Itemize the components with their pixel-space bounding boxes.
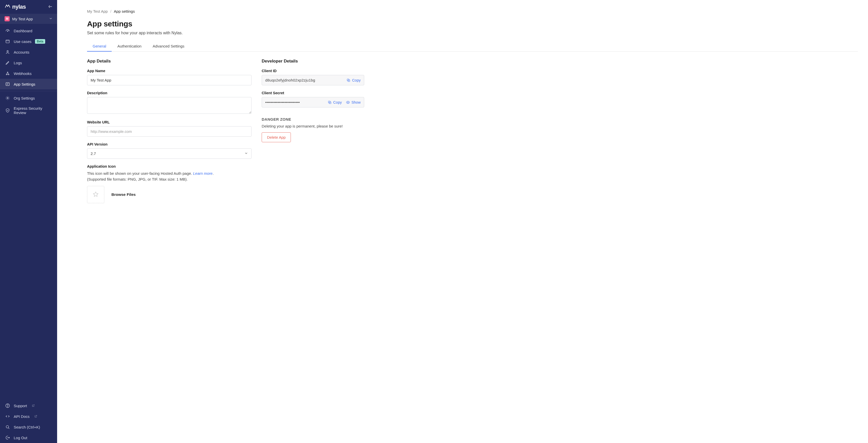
client-secret-label: Client Secret [262,91,364,95]
app-icon-placeholder-icon [92,191,99,198]
user-icon [5,50,10,55]
app-details-column: App Details App Name Description Website… [87,59,251,209]
webhook-icon [5,71,10,76]
gear-icon [5,95,10,100]
svg-point-3 [6,74,7,75]
external-link-icon [32,404,35,408]
settings-tabs: General Authentication Advanced Settings [87,41,858,52]
svg-rect-6 [6,83,9,86]
nav-support[interactable]: Support [0,400,57,411]
tab-authentication[interactable]: Authentication [112,41,147,51]
developer-details-column: Developer Details Client ID d8uqo2efyjdn… [262,59,364,209]
main-content: My Test App / App settings App settings … [57,0,868,443]
danger-zone-heading: DANGER ZONE [262,117,364,121]
svg-point-10 [6,425,9,428]
chevron-down-icon [49,17,53,21]
breadcrumb-separator: / [110,9,111,13]
nav-label: App Settings [14,82,35,86]
app-icon-helper: This icon will be shown on your user-fac… [87,171,251,182]
nav-label: Support [14,404,27,408]
copy-icon [328,100,332,105]
delete-app-button[interactable]: Delete App [262,132,291,142]
client-secret-value: ••••••••••••••••••••••••• [265,100,300,105]
app-icon-label: Application Icon [87,164,251,169]
description-label: Description [87,91,251,95]
breadcrumb: My Test App / App settings [87,9,858,13]
help-icon [5,403,10,408]
code-icon [5,414,10,419]
client-id-label: Client ID [262,69,364,73]
nav-primary: Dashboard Use cases Beta Accounts Logs W… [0,24,57,89]
danger-zone-text: Deleting your app is permanent, please b… [262,124,364,128]
app-details-heading: App Details [87,59,251,64]
copy-icon [346,78,350,82]
tab-general[interactable]: General [87,41,112,51]
svg-point-2 [7,51,8,52]
nav-logs[interactable]: Logs [0,57,57,68]
nav-use-cases[interactable]: Use cases Beta [0,36,57,47]
nav-secondary: Org Settings Express Security Review [0,91,57,118]
app-name-label: App Name [87,69,251,73]
brand-logo[interactable]: nylas [5,4,26,10]
sidebar-header: nylas [0,0,57,14]
api-version-select[interactable]: 2.7 [87,148,251,159]
browse-files-button[interactable]: Browse Files [112,192,136,197]
client-secret-box: ••••••••••••••••••••••••• Copy Show [262,97,364,108]
nav-label: Logs [14,61,22,65]
nav-api-docs[interactable]: API Docs [0,411,57,422]
nav-label: Search (Ctrl+K) [14,425,40,429]
show-client-secret-button[interactable]: Show [346,100,361,105]
svg-point-7 [7,97,8,99]
nav-dashboard[interactable]: Dashboard [0,25,57,36]
dev-details-heading: Developer Details [262,59,364,64]
learn-more-link[interactable]: Learn more [193,171,213,176]
brand-mark-icon [5,4,11,10]
nav-webhooks[interactable]: Webhooks [0,68,57,79]
sidebar-collapse-button[interactable] [48,4,53,10]
shield-check-icon [5,108,10,113]
nav-accounts[interactable]: Accounts [0,47,57,57]
nav-label: Dashboard [14,29,32,33]
beta-badge: Beta [35,39,45,44]
sidebar: nylas M My Test App Dashboard Use cases … [0,0,57,443]
website-input[interactable] [87,126,251,137]
client-id-box: d8uqo2efyjdnoh02xp2zju1bg Copy [262,75,364,85]
tab-advanced[interactable]: Advanced Settings [147,41,190,51]
brand-name: nylas [12,4,26,10]
website-label: Website URL [87,120,251,124]
nav-logout[interactable]: Log Out [0,432,57,443]
nav-label: Express Security Review [14,106,52,115]
breadcrumb-parent[interactable]: My Test App [87,9,107,13]
nav-search[interactable]: Search (Ctrl+K) [0,422,57,432]
nav-label: Log Out [14,436,27,440]
app-initial-badge: M [5,16,10,21]
page-title: App settings [87,20,858,28]
client-id-value: d8uqo2efyjdnoh02xp2zju1bg [265,78,315,82]
nav-org-settings[interactable]: Org Settings [0,93,57,104]
app-selector-name: My Test App [12,17,46,21]
api-version-label: API Version [87,142,251,146]
svg-point-4 [8,74,9,75]
eye-icon [346,100,350,105]
app-selector[interactable]: M My Test App [0,14,57,24]
copy-client-id-button[interactable]: Copy [346,78,361,82]
description-textarea[interactable] [87,97,251,114]
window-icon [5,39,10,44]
logout-icon [5,435,10,440]
nav-security-review[interactable]: Express Security Review [0,104,57,118]
nav-label: API Docs [14,414,30,419]
icon-placeholder[interactable] [87,186,104,203]
app-name-input[interactable] [87,75,251,85]
copy-client-secret-button[interactable]: Copy [328,100,342,105]
nav-label: Org Settings [14,96,35,100]
gauge-icon [5,28,10,33]
svg-rect-1 [6,40,9,43]
nav-app-settings[interactable]: App Settings [0,79,57,89]
nav-label: Webhooks [14,71,32,76]
nav-footer: Support API Docs Search (Ctrl+K) Log Out [0,399,57,443]
nav-label: Accounts [14,50,29,54]
nav-label: Use cases [14,39,31,44]
breadcrumb-current: App settings [114,9,135,13]
search-icon [5,424,10,430]
page-subtitle: Set some rules for how your app interact… [87,31,858,35]
